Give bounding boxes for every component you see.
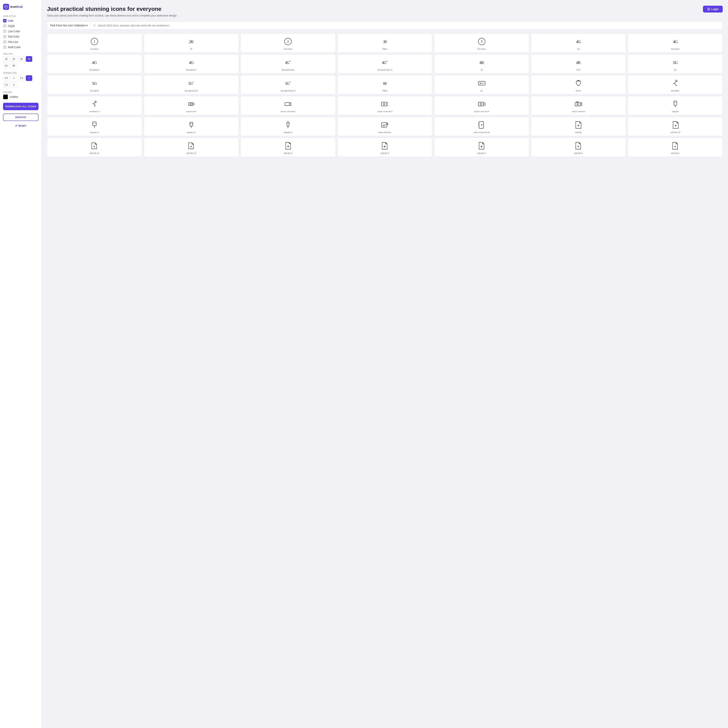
style-flat-color-thumb (3, 35, 6, 38)
style-flat-color[interactable]: Flat Color (3, 34, 38, 39)
svg-text:+: + (289, 60, 291, 63)
size-96[interactable]: 96 (11, 63, 17, 69)
svg-rect-40 (381, 102, 387, 106)
download-all-button[interactable]: DOWNLOAD ALL ICONS (3, 103, 38, 110)
icon-style-section: ICON STYLE Line Glyph Line Color Flat Co… (3, 15, 38, 49)
search-input[interactable] (98, 24, 719, 27)
icon-label-add-file-12: add-file-12 (187, 152, 196, 154)
icon-image-add-file-11 (90, 141, 99, 150)
style-flat-line[interactable]: Flat Line (3, 40, 38, 44)
icon-label-adapter: adapter (672, 110, 679, 113)
stroke-2.5[interactable]: 2.5 (3, 82, 9, 88)
icon-card-acrobatic[interactable]: acrobatic (628, 75, 723, 94)
icon-card-3rd-place[interactable]: 3 3rd-place (434, 34, 529, 52)
icon-card-4g-signal-plus[interactable]: 4G+ 4g-signal-plus (240, 54, 336, 73)
icon-card-action-cam-alt-4[interactable]: action-cam-alt-4 (434, 96, 529, 115)
icon-card-adapter-2[interactable]: adapter-2 (47, 117, 142, 136)
icon-label-4g-signal-2: 4g-signal-2 (186, 69, 196, 71)
icon-card-add-contact-book[interactable]: add-contact-book (434, 117, 529, 136)
icon-card-add-file[interactable]: add-file (531, 117, 626, 136)
icon-image-adapter (671, 99, 680, 109)
stroke-1.5[interactable]: 1.5 (18, 75, 24, 81)
stroke-3[interactable]: 3 (11, 82, 17, 88)
icon-card-add-file-3[interactable]: add-file-3 (338, 138, 433, 157)
icon-card-5g-signal-plus[interactable]: 5G+ 5g-signal-plus (144, 75, 239, 94)
icon-card-action-camera[interactable]: action-camera (531, 96, 626, 115)
reset-button[interactable]: ↺ RESET (3, 124, 38, 127)
icon-card-4g[interactable]: 4G 4g (531, 34, 626, 52)
svg-point-2 (708, 9, 709, 9)
icon-card-adapter[interactable]: adapter (628, 96, 723, 115)
chevron-down-icon: ▾ (86, 24, 87, 27)
size-64[interactable]: 64 (3, 63, 9, 69)
svg-text:4K: 4K (479, 60, 484, 65)
icon-card-4g-signal-2[interactable]: 4G 4g-signal-2 (144, 54, 239, 73)
login-button[interactable]: Login (703, 6, 723, 12)
icon-card-30fps[interactable]: 30 30fps (338, 34, 433, 52)
size-48[interactable]: 48 (26, 56, 32, 62)
color-swatch-outline[interactable] (3, 95, 8, 99)
stroke-2[interactable]: 2 (26, 75, 32, 81)
icon-card-5g-signal[interactable]: 5G 5g-signal (47, 75, 142, 94)
icon-card-acorn[interactable]: acorn (531, 75, 626, 94)
logo-icon (3, 4, 9, 10)
icon-label-4g-signal: 4g-signal (671, 47, 679, 50)
icon-card-4g-signal-1[interactable]: 4G 4g-signal-1 (47, 54, 142, 73)
svg-text:+: + (289, 81, 291, 83)
style-flat-line-thumb (3, 40, 6, 44)
icon-card-5g[interactable]: 5G 5g (628, 54, 723, 73)
main-content: Just practical stunning icons for everyo… (42, 0, 728, 728)
collection-dropdown[interactable]: Pick From Our Icon Collection ▾ (50, 24, 87, 27)
icon-card-2nd-place[interactable]: 2 2nd-place (240, 34, 336, 52)
icon-image-5g-signal: 5G (90, 79, 99, 88)
icon-card-action-cam-alt-3[interactable]: action-cam-alt-3 (338, 96, 433, 115)
style-line-color[interactable]: Line Color (3, 29, 38, 34)
icon-card-action-cam-alt-2[interactable]: action-cam-alt-2 (240, 96, 336, 115)
icon-card-2k[interactable]: 2K 2k (144, 34, 239, 52)
icon-card-adapter-3[interactable]: adapter-3 (144, 117, 239, 136)
icon-card-60fps[interactable]: 60 60fps (338, 75, 433, 94)
donate-button[interactable]: DONATE (3, 113, 38, 121)
icon-card-add-file-4[interactable]: add-file-4 (434, 138, 529, 157)
icon-image-5g-signal-plus-2: 5G+ (283, 79, 292, 88)
svg-point-41 (383, 103, 385, 105)
icon-card-1st-place[interactable]: 1 1st-place (47, 34, 142, 52)
icon-card-4k-2[interactable]: 4K 4k-2 (531, 54, 626, 73)
svg-rect-62 (287, 122, 289, 126)
size-label: SIZE (PX) (3, 53, 38, 55)
icon-image-acrobatic (671, 79, 680, 88)
icon-image-2nd-place: 2 (283, 37, 292, 46)
icon-card-add-file-2[interactable]: add-file-2 (240, 138, 336, 157)
size-24[interactable]: 24 (11, 56, 17, 62)
icon-card-4g-signal[interactable]: 4G 4g-signal (628, 34, 723, 52)
icon-label-5g: 5g (674, 69, 676, 71)
icon-card-add-file-10[interactable]: add-file-10 (628, 117, 723, 136)
icon-card-4g-signal-plus-2[interactable]: 4G+ 4g-signal-plus-2 (338, 54, 433, 73)
icon-card-adapter-4[interactable]: adapter-4 (240, 117, 336, 136)
icon-card-4k[interactable]: 4K 4k (434, 54, 529, 73)
icon-card-add-file-5[interactable]: add-file-5 (531, 138, 626, 157)
icon-card-ac[interactable]: ac (434, 75, 529, 94)
svg-text:4G: 4G (285, 60, 289, 65)
icon-card-add-file-12[interactable]: add-file-12 (144, 138, 239, 157)
icon-label-acorn: acorn (576, 89, 581, 92)
style-multi-color[interactable]: Multi Color (3, 45, 38, 49)
icon-label-60fps: 60fps (382, 89, 387, 92)
stroke-0.5[interactable]: 0.5 (3, 75, 9, 81)
icon-card-add-file-11[interactable]: add-file-11 (47, 138, 142, 157)
sidebar: iconhub ICON STYLE Line Glyph Line Color… (0, 0, 42, 728)
style-glyph[interactable]: Glyph (3, 24, 38, 28)
icon-card-add-collection[interactable]: add-collection (338, 117, 433, 136)
size-32[interactable]: 32 (18, 56, 24, 62)
icon-card-acrobatic-2[interactable]: acrobatic-2 (47, 96, 142, 115)
style-line[interactable]: Line (3, 18, 38, 23)
icon-label-4g-signal-1: 4g-signal-1 (89, 69, 99, 71)
icon-card-action-cam[interactable]: action-cam (144, 96, 239, 115)
stroke-1[interactable]: 1 (11, 75, 17, 81)
icon-card-add-file-6[interactable]: add-file-6 (628, 138, 723, 157)
icon-label-1st-place: 1st-place (90, 47, 99, 50)
icon-image-4g-signal-plus: 4G+ (283, 58, 292, 67)
style-line-color-thumb (3, 29, 6, 33)
icon-card-5g-signal-plus-2[interactable]: 5G+ 5g-signal-plus-2 (240, 75, 336, 94)
size-16[interactable]: 16 (3, 56, 9, 62)
